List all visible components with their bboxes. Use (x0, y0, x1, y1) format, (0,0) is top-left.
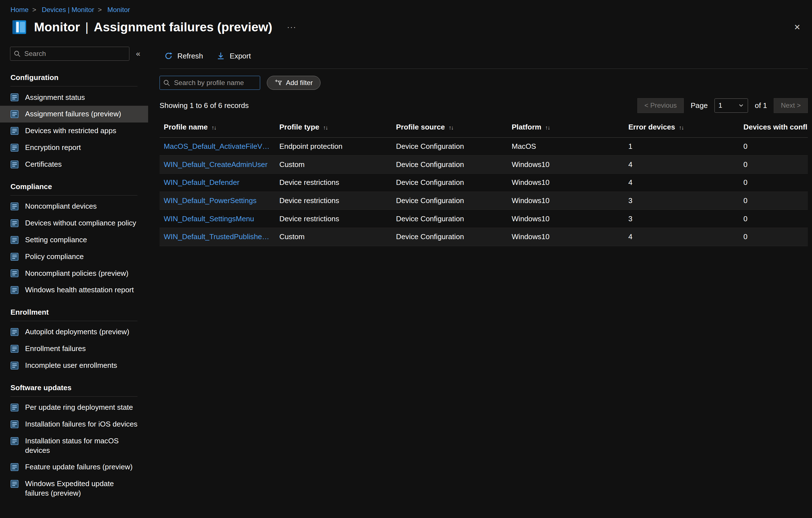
sidebar-item-setting-compliance[interactable]: Setting compliance (0, 231, 148, 248)
sidebar-section-items: Noncompliant devices Devices without com… (0, 198, 148, 298)
column-header-label: Devices with conflict (744, 123, 808, 131)
cell-platform: MacOS (508, 137, 624, 156)
sidebar-item-label: Policy compliance (25, 252, 138, 262)
add-filter-label: Add filter (286, 79, 313, 87)
sidebar-section-title: Enrollment (10, 298, 138, 321)
filter-row: Add filter (160, 76, 808, 90)
sidebar-item-per-update-ring-deployment-state[interactable]: Per update ring deployment state (0, 399, 148, 416)
column-header-profile-name[interactable]: Profile name↑↓ (160, 120, 275, 137)
cell-profile_source: Device Configuration (392, 192, 508, 210)
next-page-button[interactable]: Next > (774, 98, 808, 113)
column-header-devices-with-conflict[interactable]: Devices with conflict↑↓ (740, 120, 808, 137)
sidebar-item-installation-failures-for-ios-devices[interactable]: Installation failures for iOS devices (0, 416, 148, 433)
cell-devices_with_conflict: 0 (740, 137, 808, 156)
sidebar-item-policy-compliance[interactable]: Policy compliance (0, 248, 148, 265)
cell-profile_type: Custom (275, 228, 392, 246)
cell-profile_name: WIN_Default_SettingsMenu (160, 210, 275, 228)
sidebar-item-noncompliant-policies-preview[interactable]: Noncompliant policies (preview) (0, 265, 148, 282)
table-row: WIN_Default_CreateAdminUserCustomDevice … (160, 156, 808, 174)
cell-profile_type: Device restrictions (275, 192, 392, 210)
cell-profile_name: MacOS_Default_ActivateFileV… (160, 137, 275, 156)
table-body: MacOS_Default_ActivateFileV…Endpoint pro… (160, 137, 808, 246)
sidebar-item-encryption-report[interactable]: Encryption report (0, 139, 148, 156)
sidebar-item-assignment-status[interactable]: Assignment status (0, 89, 148, 106)
export-button[interactable]: Export (216, 52, 251, 60)
profile-name-link[interactable]: WIN_Default_Defender (164, 178, 271, 187)
column-header-profile-type[interactable]: Profile type↑↓ (275, 120, 392, 137)
breadcrumb-link-monitor[interactable]: Monitor (107, 6, 130, 13)
breadcrumb-link-devices-monitor[interactable]: Devices | Monitor (42, 6, 94, 13)
cell-platform: Windows10 (508, 210, 624, 228)
breadcrumb-separator-icon: > (32, 6, 36, 13)
cell-error_devices: 4 (624, 228, 740, 246)
sidebar-item-incomplete-user-enrollments[interactable]: Incomplete user enrollments (0, 357, 148, 374)
search-icon (14, 50, 20, 57)
cell-error_devices: 4 (624, 156, 740, 174)
pagination: < Previous Page 1 of 1 Next > (637, 98, 808, 113)
sidebar-item-label: Installation status for macOS devices (25, 436, 138, 455)
close-blade-button[interactable]: ✕ (794, 23, 801, 32)
sidebar-item-devices-with-restricted-apps[interactable]: Devices with restricted apps (0, 122, 148, 139)
sidebar-section-items: Assignment status Assignment failures (p… (0, 89, 148, 172)
sidebar-section: Enrollment Autopilot deployments (previe… (0, 298, 148, 374)
profile-name-link[interactable]: WIN_Default_CreateAdminUser (164, 160, 271, 169)
cell-platform: Windows10 (508, 156, 624, 174)
blade-body: « Configuration Assignment status Assign… (0, 43, 812, 501)
search-icon (163, 79, 170, 86)
collapse-sidebar-button[interactable]: « (131, 49, 145, 58)
sidebar-section: Software updates Per update ring deploym… (0, 374, 148, 502)
sidebar-search-input[interactable] (10, 47, 129, 61)
previous-page-button[interactable]: < Previous (637, 98, 684, 113)
sidebar-item-assignment-failures-preview[interactable]: Assignment failures (preview) (0, 106, 148, 122)
sidebar-item-enrollment-failures[interactable]: Enrollment failures (0, 340, 148, 357)
page-title: Monitor | Assignment failures (preview) (34, 20, 272, 34)
profile-name-link[interactable]: WIN_Default_TrustedPublishe… (164, 233, 271, 241)
column-header-label: Platform (512, 123, 541, 131)
profile-search-input[interactable] (160, 76, 260, 90)
records-count-text: Showing 1 to 6 of 6 records (160, 101, 249, 110)
chevron-down-icon (738, 103, 744, 109)
sidebar-item-feature-update-failures-preview[interactable]: Feature update failures (preview) (0, 459, 148, 475)
sort-icon: ↑↓ (211, 124, 216, 131)
sidebar-item-devices-without-compliance-policy[interactable]: Devices without compliance policy (0, 215, 148, 231)
sidebar-item-windows-health-attestation-report[interactable]: Windows health attestation report (0, 282, 148, 298)
more-options-button[interactable]: ··· (287, 23, 296, 32)
sidebar: « Configuration Assignment status Assign… (0, 43, 148, 501)
sort-icon: ↑↓ (679, 124, 684, 131)
page-title-separator: | (85, 20, 89, 34)
breadcrumb-link-home[interactable]: Home (10, 6, 29, 13)
sidebar-section: Compliance Noncompliant devices Devices … (0, 173, 148, 298)
sidebar-section-items: Autopilot deployments (preview) Enrollme… (0, 324, 148, 374)
column-header-platform[interactable]: Platform↑↓ (508, 120, 624, 137)
report-icon (10, 160, 19, 169)
app-root: Home> Devices | Monitor> Monitor Monitor… (0, 0, 812, 518)
profile-name-link[interactable]: MacOS_Default_ActivateFileV… (164, 142, 271, 151)
cell-devices_with_conflict: 0 (740, 228, 808, 246)
report-icon (10, 286, 19, 294)
profile-name-link[interactable]: WIN_Default_SettingsMenu (164, 215, 271, 223)
add-filter-button[interactable]: Add filter (267, 76, 320, 90)
blade-header: Home> Devices | Monitor> Monitor Monitor… (0, 0, 812, 43)
cell-profile_type: Device restrictions (275, 210, 392, 228)
column-header-error-devices[interactable]: Error devices↑↓ (624, 120, 740, 137)
refresh-button[interactable]: Refresh (164, 52, 203, 60)
breadcrumb-item: Home> (10, 6, 40, 13)
page-number-select[interactable]: 1 (715, 99, 748, 113)
sidebar-item-autopilot-deployments-preview[interactable]: Autopilot deployments (preview) (0, 324, 148, 340)
page-of-label: of 1 (755, 101, 767, 110)
sidebar-item-windows-expedited-update-failures-preview[interactable]: Windows Expedited update failures (previ… (0, 475, 148, 502)
sidebar-item-label: Windows health attestation report (25, 285, 138, 295)
sidebar-item-installation-status-for-macos-devices[interactable]: Installation status for macOS devices (0, 433, 148, 459)
export-icon (216, 52, 225, 60)
sidebar-item-certificates[interactable]: Certificates (0, 156, 148, 173)
sidebar-item-label: Feature update failures (preview) (25, 462, 138, 472)
sidebar-item-noncompliant-devices[interactable]: Noncompliant devices (0, 198, 148, 215)
sidebar-item-label: Setting compliance (25, 235, 138, 245)
report-icon (10, 219, 19, 227)
column-header-profile-source[interactable]: Profile source↑↓ (392, 120, 508, 137)
sidebar-section-title: Compliance (10, 173, 138, 195)
monitor-blade-icon (11, 19, 27, 35)
profile-name-link[interactable]: WIN_Default_PowerSettings (164, 196, 271, 205)
cell-devices_with_conflict: 0 (740, 156, 808, 174)
cell-profile_name: WIN_Default_Defender (160, 173, 275, 192)
